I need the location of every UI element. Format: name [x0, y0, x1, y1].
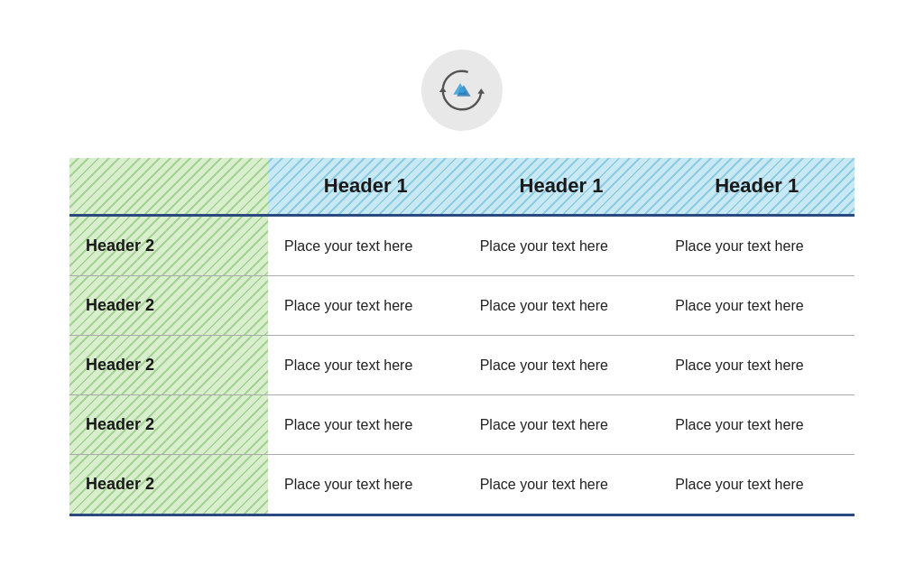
- svg-marker-1: [477, 88, 485, 94]
- page-container: Header 1 Header 1 Header 1 Header 2Place…: [29, 32, 895, 543]
- row-0-cell-0: Place your text here: [268, 217, 464, 275]
- table-row: Header 2Place your text herePlace your t…: [69, 276, 855, 336]
- row-3-cell-2: Place your text here: [659, 395, 855, 454]
- table-row: Header 2Place your text herePlace your t…: [69, 395, 855, 455]
- header-col-0: [69, 158, 268, 214]
- row-4-cell-1: Place your text here: [464, 455, 660, 514]
- row-4-cell-2: Place your text here: [659, 455, 855, 514]
- row-0-cell-2: Place your text here: [659, 217, 855, 275]
- row-header-0: Header 2: [69, 217, 268, 275]
- header-col-3: Header 1: [659, 158, 855, 214]
- row-header-2: Header 2: [69, 336, 268, 394]
- row-4-cell-0: Place your text here: [268, 455, 464, 514]
- row-1-cell-1: Place your text here: [464, 276, 660, 335]
- row-3-cell-1: Place your text here: [464, 395, 660, 454]
- row-header-1: Header 2: [69, 276, 268, 335]
- table-header-row: Header 1 Header 1 Header 1: [69, 158, 855, 217]
- icon-wrapper: [421, 50, 503, 131]
- compass-icon: [436, 64, 488, 116]
- row-3-cell-0: Place your text here: [268, 395, 464, 454]
- row-0-cell-1: Place your text here: [464, 217, 660, 275]
- svg-marker-2: [439, 87, 447, 92]
- table-row: Header 2Place your text herePlace your t…: [69, 217, 855, 276]
- table-row: Header 2Place your text herePlace your t…: [69, 455, 855, 514]
- table-wrapper: Header 1 Header 1 Header 1 Header 2Place…: [69, 158, 855, 516]
- row-2-cell-1: Place your text here: [464, 336, 660, 394]
- row-2-cell-2: Place your text here: [659, 336, 855, 394]
- svg-point-5: [459, 88, 465, 93]
- row-2-cell-0: Place your text here: [268, 336, 464, 394]
- row-1-cell-0: Place your text here: [268, 276, 464, 335]
- table-body: Header 2Place your text herePlace your t…: [69, 217, 855, 514]
- header-col-2: Header 1: [464, 158, 660, 214]
- header-col-1: Header 1: [268, 158, 464, 214]
- row-header-3: Header 2: [69, 395, 268, 454]
- table-row: Header 2Place your text herePlace your t…: [69, 336, 855, 395]
- row-1-cell-2: Place your text here: [659, 276, 855, 335]
- row-header-4: Header 2: [69, 455, 268, 514]
